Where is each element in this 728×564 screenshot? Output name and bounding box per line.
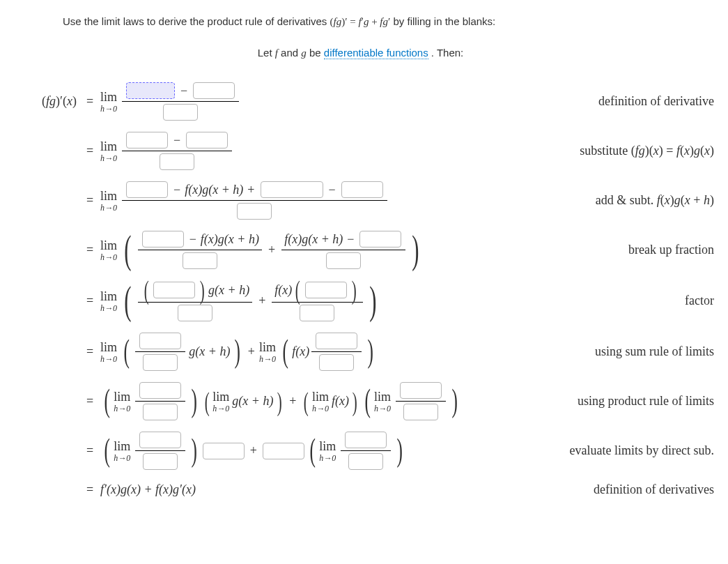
blank-input[interactable] bbox=[142, 231, 184, 247]
blank-input[interactable] bbox=[178, 305, 212, 321]
instructions-text: Use the limit laws to derive the product… bbox=[63, 15, 330, 27]
limit: lim h→0 bbox=[212, 390, 229, 413]
blank-input[interactable] bbox=[359, 231, 401, 247]
blank-input[interactable] bbox=[153, 282, 195, 298]
limit: lim h→0 bbox=[100, 239, 117, 261]
blank-input[interactable] bbox=[237, 203, 272, 220]
reason: using product rule of limits bbox=[564, 394, 714, 409]
step-4: = lim h→0 ( − f(x)g(x + h) + f(x)g(x + h… bbox=[7, 229, 714, 271]
limit: lim h→0 bbox=[374, 390, 391, 413]
blank-input[interactable] bbox=[316, 333, 357, 349]
intro: Let f and g be differentiable functions … bbox=[7, 47, 714, 59]
reason: evaluate limits by direct sub. bbox=[556, 443, 714, 458]
blank-input[interactable] bbox=[319, 354, 354, 371]
blank-input[interactable] bbox=[261, 181, 323, 198]
differentiable-functions-link[interactable]: differentiable functions bbox=[324, 47, 428, 59]
step-2: = lim h→0 − substitute (fg)(x) = f(x)g(x… bbox=[7, 130, 714, 172]
reason: using sum rule of limits bbox=[581, 344, 714, 359]
blank-input[interactable] bbox=[193, 82, 235, 99]
blank-input[interactable] bbox=[143, 404, 178, 420]
limit: lim h→0 bbox=[312, 390, 329, 413]
instructions-math: (fg)′ = f′g + fg′ bbox=[330, 16, 391, 27]
limit: lim h→0 bbox=[319, 440, 336, 462]
blank-input[interactable] bbox=[400, 382, 442, 399]
limit: lim h→0 bbox=[114, 440, 130, 462]
blank-input[interactable] bbox=[139, 432, 181, 448]
step3-mid-term: f(x)g(x + h) bbox=[185, 183, 243, 197]
blank-input[interactable] bbox=[139, 382, 181, 399]
limit: lim h→0 bbox=[114, 390, 130, 413]
blank-input[interactable] bbox=[160, 153, 194, 170]
blank-input[interactable] bbox=[126, 181, 168, 198]
lparen: ( bbox=[124, 234, 131, 266]
blank-input[interactable] bbox=[403, 404, 438, 420]
lhs-expression: (fg)′(x) bbox=[7, 94, 79, 109]
blank-input[interactable] bbox=[305, 282, 347, 298]
equals: = bbox=[79, 94, 100, 109]
step-6: = lim h→0 ( g(x + h) ) + lim h→0 ( f(x) … bbox=[7, 330, 714, 373]
blank-input[interactable] bbox=[143, 354, 178, 371]
step-8: = ( lim h→0 ) + ( lim h→0 ) evaluate lim… bbox=[7, 429, 714, 472]
blank-input[interactable] bbox=[203, 443, 245, 459]
rparen: ) bbox=[412, 234, 419, 266]
step-5: = lim h→0 ( ( ) g(x + h) + f(x) ( ) bbox=[7, 278, 714, 323]
reason: definition of derivative bbox=[584, 94, 714, 109]
step-3: = lim h→0 − f(x)g(x + h) + − add & subt.… bbox=[7, 179, 714, 222]
blank-input[interactable] bbox=[263, 443, 304, 459]
fraction: − bbox=[122, 80, 239, 123]
limit: lim h→0 bbox=[100, 341, 117, 363]
limit: lim h→0 bbox=[100, 140, 117, 162]
step-final: = f′(x)g(x) + f(x)g′(x) definition of de… bbox=[7, 479, 714, 500]
reason: definition of derivatives bbox=[580, 482, 714, 497]
final-expression: f′(x)g(x) + f(x)g′(x) bbox=[100, 482, 196, 497]
blank-input[interactable] bbox=[341, 181, 383, 198]
blank-input[interactable] bbox=[348, 453, 383, 470]
reason: break up fraction bbox=[614, 243, 714, 257]
reason: add & subt. f(x)g(x + h) bbox=[582, 193, 714, 208]
step-7: = ( lim h→0 ) ( lim h→0 g(x + h) ) + ( l… bbox=[7, 380, 714, 422]
blank-input[interactable] bbox=[126, 132, 168, 148]
blank-input[interactable] bbox=[126, 82, 175, 99]
limit: lim h→0 bbox=[100, 290, 117, 312]
blank-input[interactable] bbox=[300, 305, 334, 321]
limit: lim h→0 bbox=[100, 91, 117, 113]
instructions-suffix: by filling in the blanks: bbox=[393, 15, 495, 27]
blank-input[interactable] bbox=[143, 453, 178, 470]
step-1: (fg)′(x) = lim h→0 − definition of deriv… bbox=[7, 80, 714, 123]
limit: lim h→0 bbox=[259, 341, 276, 363]
blank-input[interactable] bbox=[345, 432, 387, 448]
instructions: Use the limit laws to derive the product… bbox=[63, 14, 714, 29]
limit: lim h→0 bbox=[100, 190, 117, 212]
blank-input[interactable] bbox=[139, 333, 181, 349]
reason: factor bbox=[671, 294, 714, 308]
blank-input[interactable] bbox=[163, 104, 198, 121]
blank-input[interactable] bbox=[186, 132, 228, 148]
blank-input[interactable] bbox=[326, 252, 361, 269]
reason: substitute (fg)(x) = f(x)g(x) bbox=[566, 144, 714, 158]
blank-input[interactable] bbox=[183, 252, 217, 269]
